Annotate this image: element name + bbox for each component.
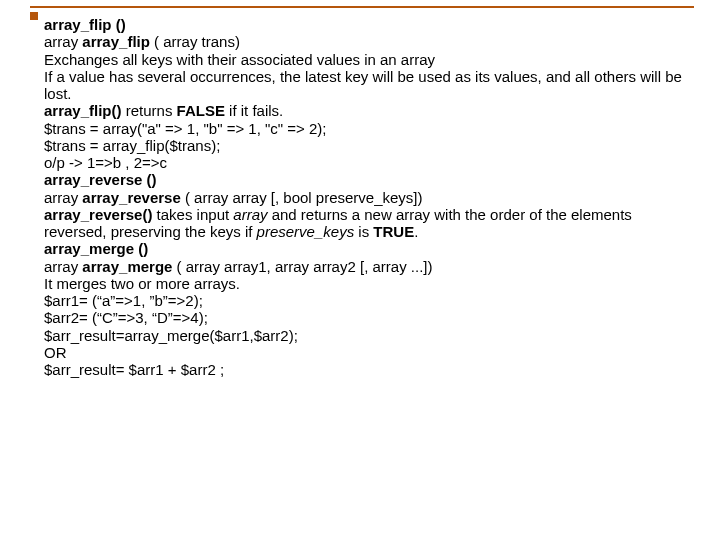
text-line: array <box>233 206 267 223</box>
text-line: array_flip <box>82 33 150 50</box>
text-line: array_reverse <box>82 189 180 206</box>
text-line: array_merge <box>82 258 172 275</box>
text-line: array <box>44 189 82 206</box>
text-line: $arr2= (“C”=>3, “D”=>4); <box>44 309 694 326</box>
text-line: array <box>44 258 82 275</box>
text-line: . <box>414 223 418 240</box>
slide: array_flip () array array_flip ( array t… <box>0 0 720 540</box>
text-line: returns <box>122 102 177 119</box>
text-line: $arr_result=array_merge($arr1,$arr2); <box>44 327 694 344</box>
slide-text: array_flip () array array_flip ( array t… <box>44 16 694 378</box>
text-line: $trans = array("a" => 1, "b" => 1, "c" =… <box>44 120 694 137</box>
text-line: ( array array [, bool preserve_keys]) <box>181 189 423 206</box>
text-line: o/p -> 1=>b , 2=>c <box>44 154 694 171</box>
bullet-square <box>30 12 38 20</box>
text-line: TRUE <box>373 223 414 240</box>
text-line: array_reverse () <box>44 171 157 188</box>
text-line: preserve_keys <box>257 223 355 240</box>
text-line: ( array array1, array array2 [, array ..… <box>172 258 432 275</box>
text-line: $arr_result= $arr1 + $arr2 ; <box>44 361 694 378</box>
text-line: If a value has several occurrences, the … <box>44 68 694 103</box>
text-line: if it fails. <box>225 102 283 119</box>
text-line: array_reverse() <box>44 206 152 223</box>
text-line: takes input <box>152 206 233 223</box>
text-line: ( array trans) <box>150 33 240 50</box>
text-line: $arr1= (“a”=>1, ”b”=>2); <box>44 292 694 309</box>
horizontal-rule <box>30 6 694 8</box>
text-line: is <box>354 223 373 240</box>
text-line: It merges two or more arrays. <box>44 275 694 292</box>
text-line: array_flip() <box>44 102 122 119</box>
text-line: $trans = array_flip($trans); <box>44 137 694 154</box>
text-line: OR <box>44 344 694 361</box>
text-line: Exchanges all keys with their associated… <box>44 51 694 68</box>
text-line: array_merge () <box>44 240 148 257</box>
text-line: array_flip () <box>44 16 126 33</box>
text-line: array <box>44 33 82 50</box>
text-line: FALSE <box>177 102 225 119</box>
